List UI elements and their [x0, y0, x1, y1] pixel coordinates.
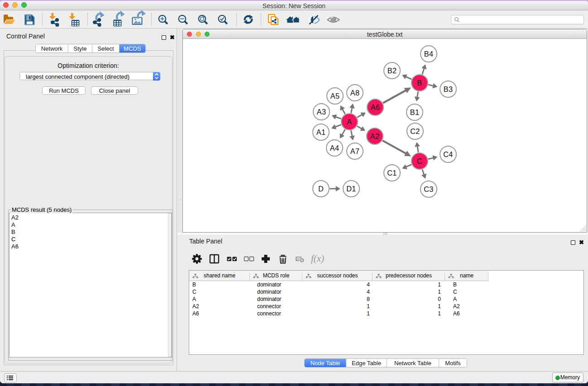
svg-text:B2: B2 — [387, 67, 397, 75]
svg-text:C4: C4 — [443, 150, 453, 158]
svg-text:A4: A4 — [330, 144, 339, 152]
svg-text:D: D — [318, 185, 324, 193]
svg-text:B4: B4 — [424, 50, 434, 58]
svg-text:D1: D1 — [346, 185, 356, 193]
svg-text:C3: C3 — [424, 185, 434, 193]
svg-text:C: C — [417, 157, 422, 165]
svg-text:B: B — [417, 79, 422, 87]
svg-text:C1: C1 — [387, 169, 397, 177]
svg-text:A2: A2 — [370, 132, 380, 140]
svg-text:A: A — [347, 118, 352, 126]
svg-text:A1: A1 — [316, 128, 326, 136]
svg-text:C2: C2 — [410, 127, 420, 135]
svg-text:f(x): f(x) — [311, 253, 324, 264]
svg-text:A3: A3 — [317, 108, 326, 116]
svg-text:A8: A8 — [350, 89, 360, 97]
svg-text:A7: A7 — [350, 147, 360, 155]
svg-text:B3: B3 — [444, 85, 453, 93]
svg-text:A6: A6 — [371, 103, 380, 111]
svg-text:A5: A5 — [330, 92, 340, 100]
svg-text:B1: B1 — [410, 108, 420, 116]
